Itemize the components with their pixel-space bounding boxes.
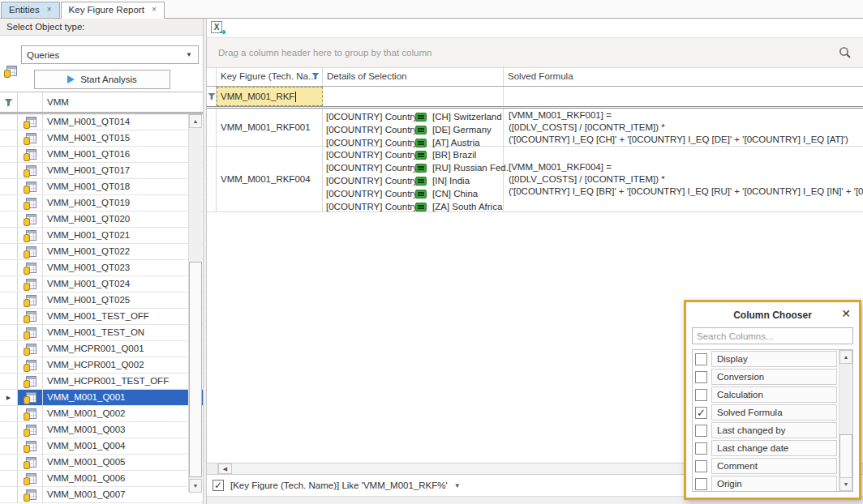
column-header-details[interactable]: Details of Selection [323,68,504,86]
list-item[interactable]: VMM_HCPR001_Q001 [0,341,203,357]
list-item[interactable]: VMM_HCPR001_TEST_OFF [0,374,203,390]
query-icon [18,276,43,292]
list-item[interactable]: VMM_H001_QT016 [0,147,203,163]
scroll-up-icon[interactable]: ▲ [189,114,202,128]
list-item-label: VMM_HCPR001_Q002 [43,357,203,373]
column-checkbox[interactable] [695,407,707,419]
details-filter-cell[interactable] [323,87,504,106]
column-checkbox[interactable] [695,478,707,490]
scroll-down-icon[interactable]: ▼ [839,477,852,491]
export-excel-icon[interactable]: X➔ [210,21,225,35]
key-figure-filter-input[interactable]: VMM_M001_RKF [217,87,323,106]
column-chooser-item[interactable]: Solved Formula [693,404,852,421]
column-chooser-item[interactable]: Comment [693,457,852,475]
list-vertical-scrollbar[interactable]: ▲ ▼ [188,114,202,493]
list-item[interactable]: VMM_M001_Q005 [0,455,203,471]
search-columns-input[interactable] [692,327,853,344]
table-row[interactable]: VMM_M001_RKF004 [0COUNTRY] Country [BR] … [207,147,863,212]
list-item[interactable]: VMM_M001_Q002 [0,406,203,422]
list-item[interactable]: VMM_H001_QT018 [0,179,203,195]
dimension-label: [0COUNTRY] Country [326,150,414,160]
scrollbar-thumb[interactable] [189,262,202,477]
list-item[interactable]: VMM_H001_QT020 [0,211,203,228]
object-type-dropdown[interactable]: Queries ▼ [21,45,199,64]
list-item[interactable]: VMM_M001_Q007 [0,487,203,503]
list-item[interactable]: VMM_M001_Q003 [0,422,203,438]
query-icon [18,406,43,421]
column-checkbox[interactable] [695,442,707,455]
list-item[interactable]: VMM_H001_QT022 [0,244,203,260]
column-checkbox[interactable] [695,460,707,472]
list-item[interactable]: VMM_H001_QT014 [0,114,203,130]
column-header-solved-formula[interactable]: Solved Formula [504,68,863,86]
column-label[interactable]: Last change date [711,440,837,456]
list-item-label: VMM_H001_QT024 [43,276,203,292]
scroll-up-icon[interactable]: ▲ [839,350,852,364]
filter-enabled-checkbox[interactable] [213,480,224,491]
column-label[interactable]: Solved Formula [711,404,837,421]
column-chooser-item[interactable]: Last changed by [693,421,852,439]
chevron-down-icon[interactable]: ▼ [454,482,461,489]
column-checkbox[interactable] [695,389,707,401]
column-header-key-figure[interactable]: Key Figure (Tech. Na... [217,68,323,86]
column-label[interactable]: Conversion [711,369,837,385]
row-indicator [0,163,18,178]
chevron-down-icon: ▼ [186,51,192,58]
search-icon[interactable] [839,46,852,59]
scroll-left-icon[interactable]: ◀ [218,463,232,474]
active-filter-funnel-icon[interactable] [311,72,320,80]
column-chooser-item[interactable]: Calculation [693,386,852,404]
query-icon [18,422,43,438]
scroll-down-icon[interactable]: ▼ [189,479,202,493]
list-item[interactable]: VMM_H001_QT021 [0,228,203,244]
list-item[interactable]: VMM_H001_QT024 [0,276,203,293]
list-item[interactable]: VMM_H001_QT015 [0,130,203,147]
list-item[interactable]: VMM_H001_QT017 [0,163,203,179]
tab-close-icon[interactable]: × [152,6,157,14]
column-chooser-item[interactable]: Last change date [693,439,852,457]
list-item[interactable]: VMM_H001_QT023 [0,260,203,276]
table-row[interactable]: VMM_M001_RKF001 [0COUNTRY] Country [CH] … [207,109,863,147]
formula-line: [VMM_M001_RKF001] = [509,109,863,122]
column-checkbox[interactable] [695,353,707,365]
query-icon [18,130,43,146]
column-checkbox[interactable] [695,371,707,383]
column-chooser-item[interactable]: Display [693,350,852,368]
column-label[interactable]: Calculation [711,387,837,403]
list-item[interactable]: VMM_HCPR001_Q002 [0,357,203,374]
chooser-vertical-scrollbar[interactable]: ▲ ▼ [839,350,852,491]
start-analysis-button[interactable]: Start Analysis [34,70,170,89]
column-chooser-item[interactable]: Origin [693,475,852,492]
scrollbar-thumb[interactable] [839,434,852,480]
column-chooser-item[interactable]: Conversion [693,368,852,386]
column-label[interactable]: Origin [711,476,837,492]
tab-entities[interactable]: Entities × [1,2,60,18]
object-selector-panel: Select Object type: Queries ▼ Start Anal… [0,19,203,504]
column-label[interactable]: Display [711,351,837,367]
column-label[interactable]: Last changed by [711,422,837,438]
row-indicator [0,455,18,470]
close-icon[interactable]: ✕ [841,307,851,320]
group-by-panel[interactable]: Drag a column header here to group by th… [207,38,863,68]
row-indicator [0,276,18,292]
list-item[interactable]: VMM_M001_Q001 [0,390,203,406]
dimension-label: [0COUNTRY] Country [326,163,414,173]
list-item[interactable]: VMM_H001_QT025 [0,293,203,309]
column-label[interactable]: Comment [711,458,837,474]
column-checkbox[interactable] [695,425,707,437]
list-item-label: VMM_H001_QT016 [43,147,203,162]
list-item[interactable]: VMM_H001_QT019 [0,195,203,211]
row-indicator [0,438,18,454]
list-filter-input[interactable]: VMM [43,95,203,110]
list-item[interactable]: VMM_H001_TEST_OFF [0,309,203,325]
list-item[interactable]: VMM_H001_TEST_ON [0,325,203,341]
list-item[interactable]: VMM_M001_Q004 [0,438,203,455]
tab-key-figure-report[interactable]: Key Figure Report × [61,2,165,19]
row-indicator [0,341,18,357]
equals-operator-icon [415,126,427,135]
column-header-details-label: Details of Selection [327,71,406,81]
solved-formula-filter-cell[interactable] [504,87,863,106]
tab-close-icon[interactable]: × [47,6,52,14]
list-item[interactable]: VMM_M001_Q006 [0,471,203,487]
query-icon [18,114,43,130]
